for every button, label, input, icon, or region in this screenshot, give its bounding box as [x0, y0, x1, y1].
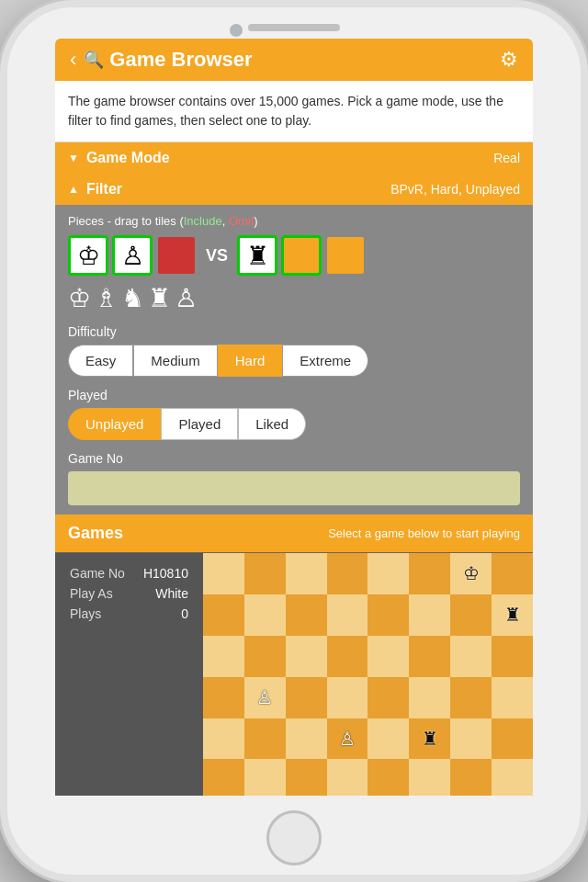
cell-3-3[interactable] — [327, 677, 368, 718]
pieces-text: Pieces - drag to tiles ( — [68, 214, 184, 228]
filter-label: Filter — [86, 181, 122, 198]
cell-2-7[interactable] — [492, 636, 533, 677]
played-liked[interactable]: Liked — [238, 408, 306, 440]
cell-0-3[interactable] — [327, 553, 368, 594]
cell-2-6[interactable] — [450, 636, 492, 677]
cell-4-7[interactable] — [492, 718, 533, 760]
phone-speaker — [248, 24, 340, 31]
cell-3-1[interactable]: ♙ — [244, 677, 286, 718]
cell-1-0[interactable] — [203, 594, 244, 636]
filter-header[interactable]: ▲ Filter BPvR, Hard, Unplayed — [55, 174, 533, 205]
cell-2-1[interactable] — [244, 636, 286, 677]
include-text: Include — [184, 214, 222, 228]
comma-text: , — [222, 214, 229, 228]
cell-3-6[interactable] — [450, 677, 492, 718]
page-title: Game Browser — [109, 48, 500, 72]
played-unplayed[interactable]: Unplayed — [68, 408, 161, 440]
gameno-input[interactable] — [68, 471, 520, 505]
gear-icon[interactable]: ⚙ — [500, 48, 518, 72]
game-info-row-gameno: Game No H10810 — [70, 566, 188, 581]
cell-5-2[interactable] — [286, 759, 327, 796]
app-header: ‹ 🔍 Game Browser ⚙ — [55, 39, 533, 81]
cell-2-2[interactable] — [286, 636, 327, 677]
cell-4-5[interactable]: ♜ — [409, 718, 450, 760]
extra-piece-pawn[interactable]: ♙ — [175, 283, 198, 313]
cell-3-4[interactable] — [368, 677, 409, 718]
extra-piece-king[interactable]: ♔ — [68, 283, 91, 313]
cell-0-4[interactable] — [368, 553, 409, 594]
cell-1-6[interactable] — [450, 594, 492, 636]
extra-piece-rook[interactable]: ♜ — [148, 283, 171, 313]
cell-4-0[interactable] — [203, 718, 244, 760]
cell-4-3[interactable]: ♙ — [327, 718, 368, 760]
cell-0-0[interactable] — [203, 553, 244, 594]
cell-5-4[interactable] — [368, 759, 409, 796]
omit-text: Omit — [229, 214, 254, 228]
cell-5-3[interactable] — [327, 759, 368, 796]
pieces-tiles-row: ♔ ♙ VS ♜ — [68, 235, 520, 276]
game-info-row-plays: Plays 0 — [70, 606, 188, 621]
gameno-val: H10810 — [143, 566, 188, 581]
cell-0-5[interactable] — [409, 553, 450, 594]
played-label: Played — [68, 388, 520, 402]
home-button[interactable] — [266, 810, 322, 865]
cell-5-6[interactable] — [450, 759, 492, 796]
cell-1-7[interactable]: ♜ — [492, 594, 533, 636]
extra-piece-bishop[interactable]: ♗ — [95, 283, 118, 313]
games-header: Games Select a game below to start playi… — [55, 514, 533, 552]
cell-1-5[interactable] — [409, 594, 450, 636]
playas-val: White — [155, 586, 188, 601]
cell-1-3[interactable] — [327, 594, 368, 636]
difficulty-label: Difficulty — [68, 324, 520, 339]
cell-4-6[interactable] — [450, 718, 492, 760]
played-row: Unplayed Played Liked — [68, 408, 520, 440]
cell-0-6[interactable]: ♔ — [450, 553, 492, 594]
phone-camera — [230, 24, 243, 37]
cell-0-7[interactable] — [492, 553, 533, 594]
cell-3-7[interactable] — [492, 677, 533, 718]
cell-2-4[interactable] — [368, 636, 409, 677]
vs-text: VS — [200, 246, 233, 266]
extra-piece-knight[interactable]: ♞ — [121, 283, 144, 313]
cell-4-1[interactable] — [244, 718, 286, 760]
cell-4-4[interactable] — [368, 718, 409, 760]
games-subtitle: Select a game below to start playing — [328, 526, 520, 540]
cell-2-5[interactable] — [409, 636, 450, 677]
piece-tile-red1[interactable] — [156, 235, 197, 276]
game-mode-label: Game Mode — [86, 150, 170, 166]
piece-tile-orange2[interactable] — [325, 235, 366, 276]
piece-tile-black-rook[interactable]: ♜ — [237, 235, 277, 276]
piece-tile-orange1[interactable] — [281, 235, 322, 276]
cell-1-4[interactable] — [368, 594, 409, 636]
cell-3-2[interactable] — [286, 677, 327, 718]
app-content: ‹ 🔍 Game Browser ⚙ The game browser cont… — [55, 39, 533, 796]
cell-5-0[interactable] — [203, 759, 244, 796]
cell-0-2[interactable] — [286, 553, 327, 594]
game-info: Game No H10810 Play As White Plays 0 — [55, 553, 203, 796]
piece-tile-white-pawn[interactable]: ♙ — [112, 235, 153, 276]
diff-easy[interactable]: Easy — [68, 345, 133, 377]
cell-0-1[interactable] — [244, 553, 286, 594]
game-card[interactable]: Game No H10810 Play As White Plays 0 ♔♜♙… — [55, 552, 533, 796]
cell-5-1[interactable] — [244, 759, 286, 796]
gameno-key: Game No — [70, 566, 125, 581]
played-played[interactable]: Played — [161, 408, 238, 440]
cell-1-1[interactable] — [244, 594, 286, 636]
cell-3-5[interactable] — [409, 677, 450, 718]
cell-5-5[interactable] — [409, 759, 450, 796]
pieces-label: Pieces - drag to tiles (Include, Omit) — [68, 214, 520, 228]
piece-tile-white-king[interactable]: ♔ — [68, 235, 108, 276]
diff-medium[interactable]: Medium — [133, 345, 217, 377]
back-button[interactable]: ‹ — [70, 48, 76, 72]
cell-5-7[interactable] — [492, 759, 533, 796]
cell-3-0[interactable] — [203, 677, 244, 718]
diff-extreme[interactable]: Extreme — [282, 345, 368, 377]
cell-2-3[interactable] — [327, 636, 368, 677]
cell-4-2[interactable] — [286, 718, 327, 760]
cell-1-2[interactable] — [286, 594, 327, 636]
diff-hard[interactable]: Hard — [218, 345, 283, 377]
extra-pieces-row: ♔ ♗ ♞ ♜ ♙ — [68, 283, 520, 313]
game-mode-header[interactable]: ▼ Game Mode Real — [55, 142, 533, 174]
cell-2-0[interactable] — [203, 636, 244, 677]
game-info-row-playas: Play As White — [70, 586, 188, 601]
